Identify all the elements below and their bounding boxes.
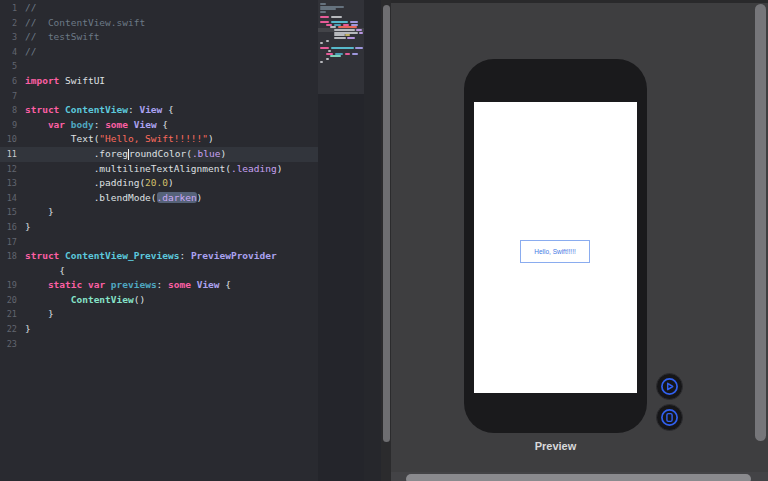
- minimap-bar: [328, 50, 331, 52]
- line-number: [0, 264, 17, 279]
- play-icon: [659, 376, 680, 397]
- code-line-21[interactable]: 21 }: [0, 307, 318, 322]
- line-number: 4: [0, 45, 17, 60]
- minimap-bar: [331, 47, 354, 49]
- preview-on-device-button[interactable]: [656, 404, 683, 431]
- minimap-background: [318, 94, 364, 481]
- minimap-bar: [347, 37, 355, 39]
- line-number: 8: [0, 103, 17, 118]
- code-line-9[interactable]: 9 var body: some View {: [0, 118, 318, 133]
- code-line-wrap[interactable]: {: [0, 264, 318, 279]
- code-line-8[interactable]: 8struct ContentView: View {: [0, 103, 318, 118]
- line-number: 1: [0, 1, 17, 16]
- line-number: 14: [0, 191, 17, 206]
- code-line-6[interactable]: 6import SwiftUI: [0, 74, 318, 89]
- line-number: 17: [0, 235, 17, 250]
- minimap-bar: [320, 42, 323, 44]
- code-line-3[interactable]: 3// testSwift: [0, 30, 318, 45]
- minimap-bar: [338, 26, 357, 28]
- line-number: 5: [0, 59, 17, 74]
- code-editor[interactable]: 1//2// ContentView.swift3// testSwift4//…: [0, 0, 381, 481]
- preview-text-selection[interactable]: Hello, Swift!!!!!: [520, 240, 590, 263]
- line-number: 10: [0, 132, 17, 147]
- code-line-22[interactable]: 22}: [0, 322, 318, 337]
- line-number: 9: [0, 118, 17, 133]
- minimap-bar: [345, 34, 350, 36]
- line-number: 19: [0, 278, 17, 293]
- line-number: 20: [0, 293, 17, 308]
- device-icon: [659, 407, 680, 428]
- minimap[interactable]: [318, 0, 364, 481]
- minimap-bar: [345, 53, 350, 55]
- code-line-4[interactable]: 4//: [0, 45, 318, 60]
- code-line-16[interactable]: 16}: [0, 220, 318, 235]
- minimap-bar: [334, 29, 355, 31]
- live-preview-button[interactable]: [656, 373, 683, 400]
- line-number: 6: [0, 74, 17, 89]
- minimap-bar: [331, 21, 348, 23]
- code-line-11[interactable]: 11 .foregroundColor(.blue): [0, 147, 318, 162]
- code-line-15[interactable]: 15 }: [0, 205, 318, 220]
- minimap-bar: [331, 16, 342, 18]
- minimap-bar: [320, 11, 326, 13]
- code-line-17[interactable]: 17: [0, 235, 318, 250]
- minimap-bar: [320, 16, 329, 18]
- minimap-bar: [326, 58, 329, 60]
- minimap-bar: [330, 26, 336, 28]
- line-number: 11: [0, 147, 17, 162]
- minimap-bar: [320, 3, 326, 5]
- device-preview[interactable]: Hello, Swift!!!!!: [464, 59, 647, 433]
- minimap-bar: [320, 61, 323, 63]
- line-number: 3: [0, 30, 17, 45]
- line-number: 7: [0, 89, 17, 104]
- minimap-bar: [326, 40, 329, 42]
- code-line-14[interactable]: 14 .blendMode(.darken): [0, 191, 318, 206]
- minimap-bar: [334, 34, 345, 36]
- line-number: 12: [0, 162, 17, 177]
- minimap-bar: [320, 8, 336, 10]
- line-number: 15: [0, 205, 17, 220]
- canvas-top-border: [391, 0, 768, 3]
- line-number: 16: [0, 220, 17, 235]
- code-line-10[interactable]: 10 Text("Hello, Swift!!!!!"): [0, 132, 318, 147]
- minimap-bar: [356, 29, 362, 31]
- line-number: 21: [0, 307, 17, 322]
- code-line-18[interactable]: 18struct ContentView_Previews: PreviewPr…: [0, 249, 318, 264]
- preview-canvas[interactable]: Hello, Swift!!!!! Preview: [391, 0, 768, 481]
- code-line-19[interactable]: 19 static var previews: some View {: [0, 278, 318, 293]
- pane-divider[interactable]: [381, 0, 391, 481]
- code-line-20[interactable]: 20 ContentView(): [0, 293, 318, 308]
- code-line-13[interactable]: 13 .padding(20.0): [0, 176, 318, 191]
- code-line-23[interactable]: 23: [0, 337, 318, 352]
- minimap-bar: [334, 37, 346, 39]
- minimap-bar: [320, 21, 329, 23]
- minimap-bar: [330, 55, 341, 57]
- code-line-7[interactable]: 7: [0, 89, 318, 104]
- line-number: 23: [0, 337, 17, 352]
- canvas-vertical-scrollbar[interactable]: [755, 4, 766, 441]
- code-line-1[interactable]: 1//: [0, 1, 318, 16]
- line-number: 2: [0, 16, 17, 31]
- minimap-bar: [350, 21, 358, 23]
- line-number: 18: [0, 249, 17, 264]
- canvas-horizontal-scrollbar[interactable]: [406, 474, 751, 481]
- code-line-2[interactable]: 2// ContentView.swift: [0, 16, 318, 31]
- code-lines[interactable]: 1//2// ContentView.swift3// testSwift4//…: [0, 1, 318, 351]
- preview-label: Preview: [464, 440, 647, 452]
- line-number: 13: [0, 176, 17, 191]
- code-line-12[interactable]: 12 .multilineTextAlignment(.leading): [0, 162, 318, 177]
- line-number: 22: [0, 322, 17, 337]
- minimap-bar: [320, 47, 329, 49]
- minimap-bar: [352, 53, 358, 55]
- device-screen[interactable]: Hello, Swift!!!!!: [474, 102, 637, 393]
- minimap-gap: [364, 0, 381, 481]
- minimap-bar: [355, 47, 363, 49]
- editor-scrollbar-thumb[interactable]: [383, 5, 390, 442]
- code-line-5[interactable]: 5: [0, 59, 318, 74]
- minimap-bar: [359, 32, 363, 34]
